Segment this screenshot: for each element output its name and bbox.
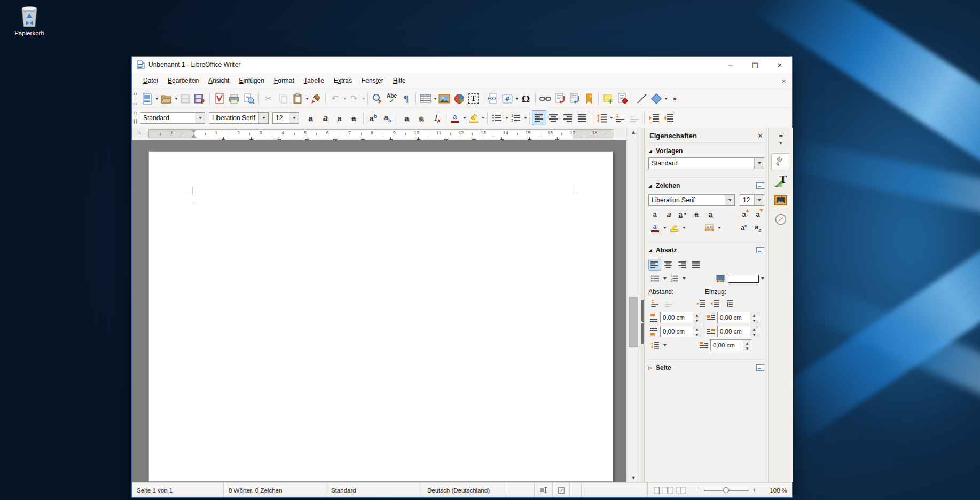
menu-fenster[interactable]: Fenster [357, 74, 388, 87]
align-left-button[interactable] [532, 110, 546, 125]
sidebar-bullet-list-button[interactable] [648, 273, 661, 284]
increase-font-size-button[interactable]: a▲ [738, 208, 750, 220]
sidebar-collapse-handle[interactable]: ▶ [641, 300, 644, 344]
combobox-arrow[interactable] [754, 195, 764, 205]
highlight-dropdown[interactable] [683, 227, 686, 229]
decrease-paragraph-spacing-button[interactable] [628, 110, 642, 125]
align-center-button[interactable] [546, 110, 561, 125]
indent-before-field[interactable]: 0,00 cm ▲▼ [717, 312, 758, 323]
font-name-combobox[interactable]: Liberation Serif [209, 112, 269, 124]
insert-hyperlink-button[interactable] [538, 91, 553, 106]
first-line-indent-field[interactable]: 0,00 cm ▲▼ [710, 339, 751, 351]
underline-button[interactable]: a [332, 110, 347, 125]
subscript-button[interactable]: ab [380, 110, 395, 125]
new-document-button[interactable] [140, 91, 154, 106]
redo-dropdown[interactable] [362, 98, 365, 100]
menu-ansicht[interactable]: Ansicht [203, 74, 234, 87]
increase-indent-button[interactable] [647, 110, 661, 125]
tab-formatvorlagen[interactable]: T [771, 172, 790, 189]
toolbar-grip[interactable] [134, 112, 137, 124]
insert-table-button[interactable] [418, 91, 433, 106]
page[interactable] [148, 151, 613, 482]
sidebar-style-combobox[interactable]: Standard [648, 157, 764, 169]
panel-options-icon[interactable] [756, 247, 764, 253]
scrollbar-thumb[interactable] [629, 297, 638, 347]
copy-button[interactable] [276, 91, 290, 106]
align-right-button[interactable] [561, 110, 575, 125]
save-as-button[interactable] [192, 91, 207, 106]
insert-image-button[interactable] [437, 91, 452, 106]
sidebar-line-spacing-button[interactable] [648, 339, 661, 351]
sidebar-align-right-button[interactable] [676, 259, 689, 271]
bullet-list-dropdown[interactable] [663, 277, 667, 280]
paragraph-style-combobox[interactable]: Standard [140, 112, 205, 124]
book-view-icon[interactable] [676, 487, 686, 494]
find-replace-button[interactable] [370, 91, 385, 106]
zoom-in-button[interactable]: + [752, 486, 756, 494]
close-button[interactable]: × [767, 57, 792, 73]
sidebar-italic-button[interactable]: a [662, 208, 675, 220]
expand-triangle-icon[interactable]: ▷ [648, 365, 652, 370]
hanging-indent-button[interactable] [722, 298, 735, 309]
document-canvas[interactable] [132, 140, 626, 482]
numbered-list-button[interactable]: 1 2 [508, 110, 523, 125]
vertical-scrollbar[interactable]: ▲ ▼ [626, 128, 640, 482]
collapse-triangle-icon[interactable]: ◢ [648, 148, 652, 154]
font-color-button[interactable]: a [448, 110, 462, 125]
multi-page-view-icon[interactable] [662, 487, 673, 494]
menu-format[interactable]: Format [269, 74, 299, 87]
line-spacing-dropdown[interactable] [663, 344, 667, 346]
track-changes-button[interactable] [615, 91, 630, 106]
zoom-out-button[interactable]: − [697, 486, 701, 494]
insert-endnote-button[interactable] [567, 91, 582, 106]
sidebar-increase-indent-button[interactable] [694, 298, 707, 309]
tab-stop-selector[interactable]: ∟ [139, 130, 144, 136]
sidebar-numbered-list-button[interactable]: 12 [668, 273, 680, 284]
spinner-buttons[interactable]: ▲▼ [750, 326, 758, 337]
undo-button[interactable]: ↶ [328, 91, 342, 106]
spinner-buttons[interactable]: ▲▼ [743, 340, 751, 351]
justify-button[interactable] [575, 110, 590, 125]
zoom-slider-handle[interactable] [723, 487, 729, 493]
indent-after-field[interactable]: 0,00 cm ▲▼ [717, 326, 758, 337]
sidebar-subscript-button[interactable]: ab [751, 222, 764, 234]
statusbar-language[interactable]: Deutsch (Deutschland) [422, 483, 506, 497]
insert-textbox-button[interactable]: T [466, 91, 481, 106]
bookmark-button[interactable] [582, 91, 596, 106]
statusbar-pagestyle[interactable]: Standard [326, 483, 422, 497]
highlight-button[interactable] [466, 110, 481, 125]
scroll-up-arrow[interactable]: ▲ [627, 128, 640, 137]
sidebar-close-icon[interactable]: ✕ [757, 132, 763, 140]
menu-tabelle[interactable]: Tabelle [299, 74, 329, 87]
combobox-arrow[interactable] [725, 195, 734, 205]
menu-bearbeiten[interactable]: Bearbeiten [163, 74, 203, 87]
underline-dropdown[interactable] [684, 213, 687, 215]
decrease-font-size-button[interactable]: a▼ [751, 208, 764, 220]
menu-einfügen[interactable]: Einfügen [234, 74, 269, 87]
menu-hilfe[interactable]: Hilfe [388, 74, 411, 87]
strikethrough-button[interactable]: a [347, 110, 361, 125]
background-color-dropdown[interactable] [761, 277, 764, 280]
character-spacing-dropdown[interactable] [718, 227, 721, 229]
sidebar-highlight-button[interactable] [668, 222, 680, 234]
panel-options-icon[interactable] [756, 182, 764, 189]
print-button[interactable] [226, 91, 241, 106]
spacing-below-field[interactable]: 0,00 cm ▲▼ [660, 326, 701, 337]
spacing-above-field[interactable]: 0,00 cm ▲▼ [660, 312, 701, 323]
sidebar-justify-button[interactable] [690, 259, 703, 271]
clear-formatting-button[interactable]: I✗ [428, 110, 443, 125]
spinner-buttons[interactable]: ▲▼ [750, 312, 758, 323]
sidebar-bold-button[interactable]: a [648, 208, 661, 220]
special-character-button[interactable]: Ω [519, 91, 533, 106]
paragraph-background-button[interactable] [714, 273, 727, 284]
spinner-buttons[interactable]: ▲▼ [693, 312, 701, 323]
scroll-down-arrow[interactable]: ▼ [627, 473, 640, 482]
redo-button[interactable]: ↷ [347, 91, 361, 106]
minimize-button[interactable]: − [718, 57, 743, 73]
toolbar-overflow-button[interactable]: » [673, 95, 677, 102]
toolbar-grip[interactable] [134, 93, 137, 105]
collapse-triangle-icon[interactable]: ◢ [648, 248, 652, 253]
open-button[interactable] [159, 91, 174, 106]
insert-chart-button[interactable] [452, 91, 466, 106]
tab-navigator[interactable] [771, 211, 790, 228]
